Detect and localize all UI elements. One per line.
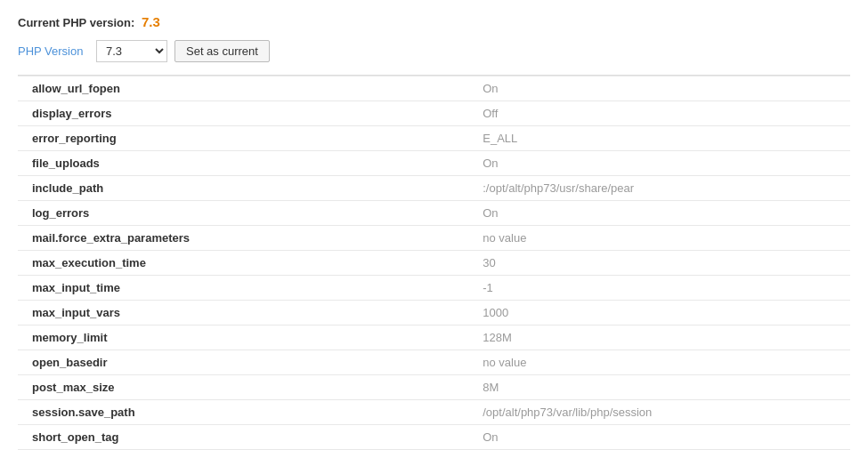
table-row: max_input_time -1 bbox=[18, 276, 850, 301]
setting-value: On bbox=[475, 425, 850, 450]
current-php-version: 7.3 bbox=[142, 14, 160, 29]
php-version-label: PHP Version bbox=[18, 44, 89, 58]
table-row: mail.force_extra_parameters no value bbox=[18, 226, 850, 251]
current-php-line: Current PHP version: 7.3 bbox=[18, 14, 850, 29]
setting-key: post_max_size bbox=[18, 375, 475, 400]
setting-key: max_execution_time bbox=[18, 251, 475, 276]
php-version-row: PHP Version 7.37.48.08.18.2 Set as curre… bbox=[18, 40, 850, 62]
setting-key: session.save_path bbox=[18, 400, 475, 425]
setting-key: file_uploads bbox=[18, 151, 475, 176]
set-as-current-button[interactable]: Set as current bbox=[174, 40, 270, 62]
setting-key: open_basedir bbox=[18, 350, 475, 375]
setting-key: memory_limit bbox=[18, 325, 475, 350]
setting-value: 30 bbox=[475, 251, 850, 276]
setting-value: On bbox=[475, 76, 850, 101]
setting-key: display_errors bbox=[18, 101, 475, 126]
setting-value: On bbox=[475, 151, 850, 176]
table-row: error_reporting E_ALL bbox=[18, 126, 850, 151]
setting-key: log_errors bbox=[18, 201, 475, 226]
php-settings-table: allow_url_fopen On display_errors Off er… bbox=[18, 76, 850, 450]
setting-value: 8M bbox=[475, 375, 850, 400]
setting-value: 128M bbox=[475, 325, 850, 350]
table-row: log_errors On bbox=[18, 201, 850, 226]
table-row: display_errors Off bbox=[18, 101, 850, 126]
setting-key: short_open_tag bbox=[18, 425, 475, 450]
table-row: post_max_size 8M bbox=[18, 375, 850, 400]
table-row: memory_limit 128M bbox=[18, 325, 850, 350]
setting-value: E_ALL bbox=[475, 126, 850, 151]
table-row: short_open_tag On bbox=[18, 425, 850, 450]
table-row: max_execution_time 30 bbox=[18, 251, 850, 276]
setting-value: no value bbox=[475, 226, 850, 251]
setting-key: max_input_vars bbox=[18, 301, 475, 325]
setting-key: include_path bbox=[18, 176, 475, 201]
table-row: allow_url_fopen On bbox=[18, 76, 850, 101]
setting-key: error_reporting bbox=[18, 126, 475, 151]
setting-key: max_input_time bbox=[18, 276, 475, 301]
setting-value: Off bbox=[475, 101, 850, 126]
php-version-select[interactable]: 7.37.48.08.18.2 bbox=[96, 40, 167, 62]
setting-value: :/opt/alt/php73/usr/share/pear bbox=[475, 176, 850, 201]
table-row: file_uploads On bbox=[18, 151, 850, 176]
setting-key: mail.force_extra_parameters bbox=[18, 226, 475, 251]
table-row: session.save_path /opt/alt/php73/var/lib… bbox=[18, 400, 850, 425]
table-row: max_input_vars 1000 bbox=[18, 301, 850, 325]
setting-value: -1 bbox=[475, 276, 850, 301]
setting-value: /opt/alt/php73/var/lib/php/session bbox=[475, 400, 850, 425]
setting-key: allow_url_fopen bbox=[18, 76, 475, 101]
table-row: include_path :/opt/alt/php73/usr/share/p… bbox=[18, 176, 850, 201]
setting-value: 1000 bbox=[475, 301, 850, 325]
setting-value: no value bbox=[475, 350, 850, 375]
setting-value: On bbox=[475, 201, 850, 226]
current-php-text: Current PHP version: bbox=[18, 16, 134, 29]
table-row: open_basedir no value bbox=[18, 350, 850, 375]
